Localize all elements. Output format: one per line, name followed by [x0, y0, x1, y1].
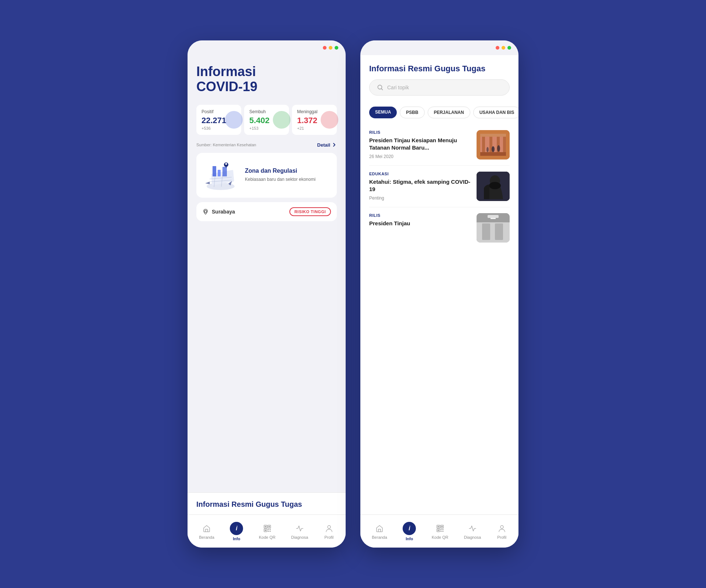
filter-perjalanan[interactable]: PERJALANAN	[428, 107, 470, 118]
svg-rect-15	[268, 526, 270, 527]
svg-rect-42	[491, 218, 496, 219]
source-text: Sumber: Kementerian Kesehatan	[196, 143, 256, 147]
nav-info2-label: Info	[406, 537, 413, 541]
info-resmi-section: Informasi Resmi Gugus Tugas	[188, 492, 346, 514]
nav-qr1[interactable]: Kode QR	[259, 523, 275, 539]
nav-diagnosa2-label: Diagnosa	[464, 535, 481, 539]
screen2-title: Informasi Resmi Gugus Tugas	[369, 64, 510, 74]
diagnosa-icon2	[467, 523, 478, 534]
svg-point-22	[328, 526, 331, 528]
location-row[interactable]: Surabaya RISIKO TINGGI	[196, 202, 337, 221]
filter-semua[interactable]: SEMUA	[369, 107, 397, 118]
nav-profil1-label: Profil	[324, 535, 334, 539]
statusbar2-dot-yellow	[502, 46, 505, 50]
article-thumb-1	[477, 130, 510, 159]
info-icon2: i	[403, 522, 416, 535]
statusbar-dot-green	[335, 46, 338, 50]
statusbar-dot-yellow	[329, 46, 332, 50]
svg-rect-55	[442, 531, 443, 532]
screen2-content: Informasi Resmi Gugus Tugas Cari topik S…	[360, 55, 518, 548]
article-category-1: RILIS	[369, 130, 471, 135]
filter-usaha[interactable]: USAHA DAN BIS	[473, 107, 518, 118]
article-item-3[interactable]: RILIS Presiden Tinjau	[369, 207, 510, 248]
location-left: Surabaya	[202, 208, 235, 215]
svg-rect-52	[441, 529, 442, 530]
svg-rect-45	[495, 223, 503, 240]
article-thumb-3	[477, 213, 510, 243]
title-line1: Informasi	[196, 64, 256, 79]
home-icon2	[374, 523, 385, 534]
zona-desc: Kebiasaan baru dan sektor ekonomi	[245, 176, 315, 183]
nav-beranda2[interactable]: Beranda	[372, 523, 387, 539]
stat-sembuh: Sembuh 5.402 +153	[244, 105, 289, 135]
svg-point-10	[225, 163, 227, 165]
statusbar2-dot-green	[507, 46, 511, 50]
svg-rect-43	[477, 222, 510, 243]
info-resmi-title: Informasi Resmi Gugus Tugas	[196, 500, 337, 509]
svg-point-38	[489, 182, 501, 189]
search-bar[interactable]: Cari topik	[369, 79, 510, 96]
article-content-1: RILIS Presiden Tinjau Kesiapan Menuju Ta…	[369, 130, 471, 159]
profil-icon2	[497, 523, 507, 534]
nav-profil1[interactable]: Profil	[324, 523, 334, 539]
bottom-nav2: Beranda i Info	[360, 514, 518, 548]
article-item-1[interactable]: RILIS Presiden Tinjau Kesiapan Menuju Ta…	[369, 124, 510, 166]
zona-illustration	[202, 159, 239, 192]
search-icon	[377, 84, 384, 91]
nav-info2[interactable]: i Info	[403, 522, 416, 541]
svg-rect-17	[265, 530, 266, 531]
nav-profil2[interactable]: Profil	[497, 523, 507, 539]
nav-beranda1[interactable]: Beranda	[199, 523, 214, 539]
home-icon1	[202, 523, 212, 534]
statusbar-dot-red	[323, 46, 327, 50]
qr-icon2	[435, 523, 445, 534]
profil-icon1	[324, 523, 334, 534]
nav-qr1-label: Kode QR	[259, 535, 275, 539]
svg-point-56	[500, 526, 503, 528]
meninggal-icon	[321, 111, 338, 129]
article-meta-1: 26 Mei 2020	[369, 154, 471, 159]
risiko-badge: RISIKO TINGGI	[289, 207, 331, 216]
filter-psbb[interactable]: PSBB	[400, 107, 424, 118]
stat-meninggal: Meninggal 1.372 +21	[292, 105, 337, 135]
svg-rect-18	[268, 529, 269, 530]
svg-rect-7	[218, 170, 221, 176]
article-content-2: EDUKASI Ketahui: Stigma, efek samping CO…	[369, 172, 471, 201]
screen2-header: Informasi Resmi Gugus Tugas Cari topik	[360, 55, 518, 101]
svg-rect-19	[270, 529, 271, 530]
screen1-content: Informasi COVID-19 Positif 22.271 +536	[188, 55, 346, 548]
detail-label: Detail	[317, 142, 330, 148]
article-content-3: RILIS Presiden Tinjau	[369, 213, 471, 229]
chevron-right-icon	[332, 142, 337, 147]
search-placeholder: Cari topik	[387, 85, 409, 90]
nav-diagnosa1[interactable]: Diagnosa	[291, 523, 308, 539]
source-row: Sumber: Kementerian Kesehatan Detail	[196, 139, 337, 153]
nav-profil2-label: Profil	[497, 535, 506, 539]
article-item-2[interactable]: EDUKASI Ketahui: Stigma, efek samping CO…	[369, 166, 510, 207]
filter-tabs: SEMUA PSBB PERJALANAN USAHA DAN BIS	[360, 101, 518, 118]
zona-title: Zona dan Regulasi	[245, 168, 315, 174]
nav-qr2[interactable]: Kode QR	[432, 523, 448, 539]
nav-diagnosa2[interactable]: Diagnosa	[464, 523, 481, 539]
nav-diagnosa1-label: Diagnosa	[291, 535, 308, 539]
svg-rect-54	[441, 531, 442, 532]
statusbar1	[188, 40, 346, 55]
articles-list: RILIS Presiden Tinjau Kesiapan Menuju Ta…	[360, 118, 518, 514]
zona-card[interactable]: Zona dan Regulasi Kebiasaan baru dan sek…	[196, 153, 337, 198]
svg-rect-8	[222, 167, 227, 176]
screen1-main: Informasi COVID-19 Positif 22.271 +536	[188, 55, 346, 492]
article-category-3: RILIS	[369, 213, 471, 218]
svg-rect-53	[442, 529, 443, 530]
svg-point-11	[204, 210, 207, 212]
stat-positif: Positif 22.271 +536	[196, 105, 241, 135]
svg-rect-13	[265, 526, 266, 527]
nav-info1[interactable]: i Info	[230, 522, 243, 541]
svg-rect-51	[438, 530, 439, 531]
svg-rect-20	[268, 531, 269, 532]
diagnosa-icon1	[295, 523, 305, 534]
nav-info1-label: Info	[233, 537, 240, 541]
svg-rect-47	[438, 526, 439, 527]
detail-link[interactable]: Detail	[317, 142, 337, 148]
location-icon	[202, 208, 209, 215]
svg-rect-30	[480, 152, 506, 156]
